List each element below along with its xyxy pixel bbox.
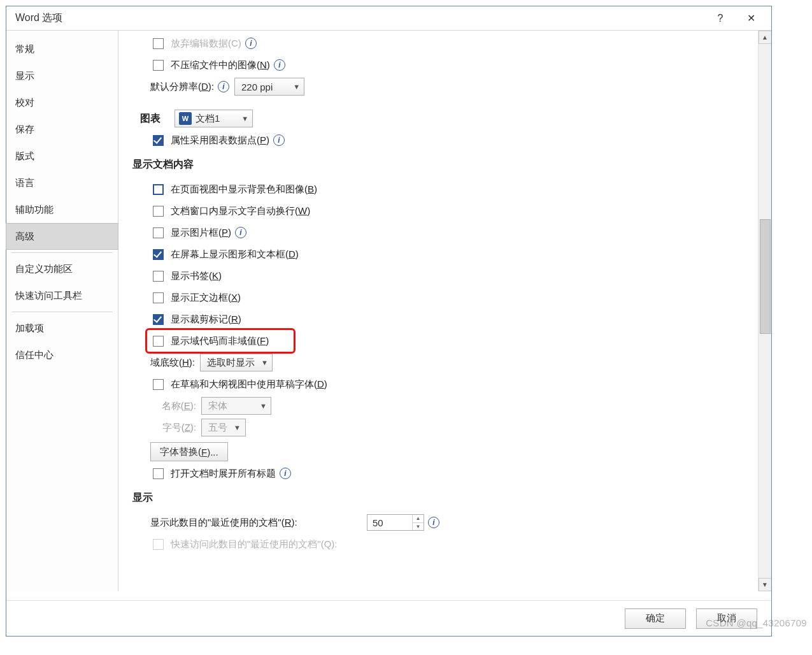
ok-button[interactable]: 确定 bbox=[625, 608, 686, 629]
watermark: CSDN @qq_43206709 bbox=[706, 617, 807, 628]
chart-prop-checkbox[interactable] bbox=[153, 135, 164, 146]
doc-content-row-5: 显示正文边框(X) bbox=[150, 287, 743, 308]
info-icon[interactable]: i bbox=[273, 134, 285, 146]
spin-down[interactable]: ▼ bbox=[413, 523, 424, 531]
draft-font-checkbox[interactable] bbox=[153, 379, 164, 390]
font-size-label: 字号(Z): bbox=[152, 422, 196, 434]
sidebar-item-2[interactable]: 校对 bbox=[6, 89, 118, 116]
field-shading-dropdown[interactable]: 选取时显示▼ bbox=[200, 354, 273, 371]
sidebar-item-3[interactable]: 保存 bbox=[6, 116, 118, 143]
word-icon: W bbox=[179, 112, 192, 125]
no-compress-checkbox[interactable] bbox=[153, 60, 164, 71]
doc-content-label-4: 显示书签(K) bbox=[171, 270, 222, 282]
draft-font-label: 在草稿和大纲视图中使用草稿字体(D) bbox=[171, 378, 327, 391]
dialog-footer: 确定 取消 bbox=[6, 600, 771, 636]
doc-content-checkbox-0[interactable] bbox=[153, 184, 164, 195]
sidebar-item-11[interactable]: 信任中心 bbox=[6, 342, 118, 368]
scroll-down-button[interactable]: ▼ bbox=[759, 578, 772, 591]
scrollbar[interactable]: ▲ ▼ bbox=[758, 31, 771, 591]
spin-up[interactable]: ▲ bbox=[413, 515, 424, 523]
info-icon[interactable]: i bbox=[235, 227, 246, 238]
discard-edit-label: 放弃编辑数据(C) bbox=[171, 38, 241, 50]
doc-content-row-2: 显示图片框(P)i bbox=[150, 222, 743, 243]
doc-content-label-1: 文档窗口内显示文字自动换行(W) bbox=[171, 205, 310, 217]
sidebar-item-5[interactable]: 语言 bbox=[6, 169, 118, 196]
sidebar-separator bbox=[11, 312, 113, 312]
scroll-up-button[interactable]: ▲ bbox=[759, 31, 772, 44]
no-compress-label: 不压缩文件中的图像(N) bbox=[171, 59, 270, 71]
doc-content-title: 显示文档内容 bbox=[132, 158, 743, 171]
titlebar: Word 选项 ? ✕ bbox=[6, 6, 771, 31]
doc-content-row-6: 显示裁剪标记(R) bbox=[150, 309, 743, 329]
cutoff-checkbox[interactable] bbox=[153, 539, 164, 550]
doc-content-label-7: 显示域代码而非域值(F) bbox=[171, 335, 269, 347]
sidebar-item-9[interactable]: 快速访问工具栏 bbox=[6, 282, 118, 309]
doc-content-label-0: 在页面视图中显示背景色和图像(B) bbox=[171, 184, 317, 196]
info-icon[interactable]: i bbox=[274, 59, 285, 71]
font-size-dropdown: 五号▼ bbox=[201, 419, 246, 436]
font-name-dropdown: 宋体▼ bbox=[201, 397, 271, 415]
chart-section-label: 图表 bbox=[140, 112, 160, 126]
expand-titles-checkbox[interactable] bbox=[153, 468, 164, 479]
recent-docs-input[interactable] bbox=[367, 515, 412, 530]
doc-content-row-0: 在页面视图中显示背景色和图像(B) bbox=[150, 179, 743, 199]
field-shading-label: 域底纹(H): bbox=[150, 357, 195, 369]
expand-titles-label: 打开文档时展开所有标题 bbox=[171, 468, 276, 480]
sidebar-item-1[interactable]: 显示 bbox=[6, 62, 118, 89]
sidebar-item-10[interactable]: 加载项 bbox=[6, 315, 118, 342]
sidebar-item-7[interactable]: 高级 bbox=[6, 223, 118, 250]
info-icon[interactable]: i bbox=[218, 81, 229, 92]
sidebar-item-0[interactable]: 常规 bbox=[6, 36, 118, 62]
sidebar-item-4[interactable]: 版式 bbox=[6, 143, 118, 169]
help-button[interactable]: ? bbox=[705, 6, 736, 31]
sidebar-separator bbox=[11, 252, 113, 253]
info-icon[interactable]: i bbox=[280, 468, 291, 479]
font-name-label: 名称(E): bbox=[152, 400, 196, 412]
info-icon[interactable]: i bbox=[428, 517, 439, 528]
chart-document-dropdown[interactable]: W 文档1 ▼ bbox=[175, 110, 253, 127]
doc-content-checkbox-7[interactable] bbox=[153, 336, 164, 347]
scroll-thumb[interactable] bbox=[760, 219, 771, 334]
window-title: Word 选项 bbox=[15, 11, 705, 25]
doc-content-checkbox-5[interactable] bbox=[153, 292, 164, 303]
doc-content-checkbox-1[interactable] bbox=[153, 206, 164, 217]
doc-content-checkbox-2[interactable] bbox=[153, 227, 164, 238]
sidebar: 常规显示校对保存版式语言辅助功能高级自定义功能区快速访问工具栏加载项信任中心 bbox=[6, 31, 118, 591]
cutoff-label: 快速访问此数目的"最近使用的文档"(Q): bbox=[171, 538, 337, 551]
close-button[interactable]: ✕ bbox=[736, 6, 766, 31]
sidebar-item-8[interactable]: 自定义功能区 bbox=[6, 256, 118, 282]
doc-content-checkbox-6[interactable] bbox=[153, 314, 164, 325]
doc-content-label-3: 在屏幕上显示图形和文本框(D) bbox=[171, 248, 299, 261]
chart-prop-label: 属性采用图表数据点(P) bbox=[171, 134, 269, 147]
default-resolution-label: 默认分辨率(D): bbox=[150, 81, 214, 93]
font-substitution-button[interactable]: 字体替换(F)... bbox=[150, 442, 228, 461]
display-section-title: 显示 bbox=[132, 491, 743, 505]
doc-content-row-3: 在屏幕上显示图形和文本框(D) bbox=[150, 244, 743, 264]
doc-content-label-6: 显示裁剪标记(R) bbox=[171, 313, 241, 326]
sidebar-item-6[interactable]: 辅助功能 bbox=[6, 196, 118, 223]
recent-docs-label: 显示此数目的"最近使用的文档"(R): bbox=[150, 517, 367, 529]
doc-content-row-1: 文档窗口内显示文字自动换行(W) bbox=[150, 201, 743, 221]
doc-content-checkbox-3[interactable] bbox=[153, 249, 164, 260]
doc-content-row-4: 显示书签(K) bbox=[150, 266, 743, 286]
doc-content-checkbox-4[interactable] bbox=[153, 271, 164, 282]
discard-edit-checkbox[interactable] bbox=[153, 38, 164, 49]
default-resolution-dropdown[interactable]: 220 ppi▼ bbox=[234, 78, 304, 96]
info-icon[interactable]: i bbox=[245, 38, 257, 49]
options-pane: 放弃编辑数据(C) i 不压缩文件中的图像(N) i 默认分辨率(D): i bbox=[118, 31, 756, 591]
doc-content-row-7: 显示域代码而非域值(F) bbox=[150, 331, 743, 351]
doc-content-label-5: 显示正文边框(X) bbox=[171, 292, 241, 304]
recent-docs-spinner[interactable]: ▲▼ bbox=[367, 514, 424, 531]
doc-content-label-2: 显示图片框(P) bbox=[171, 227, 231, 239]
